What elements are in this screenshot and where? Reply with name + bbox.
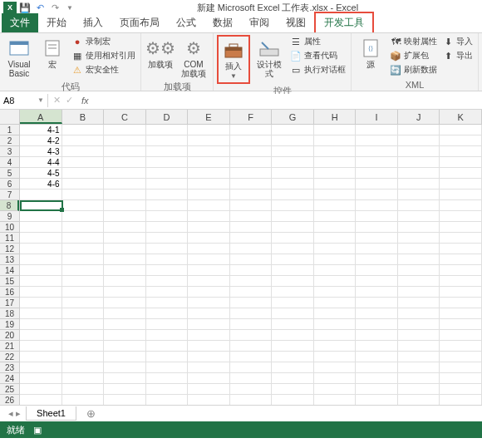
cell[interactable] (20, 352, 62, 362)
cell[interactable] (314, 319, 357, 330)
cell[interactable] (62, 125, 105, 135)
cell[interactable] (272, 395, 314, 405)
cell[interactable] (356, 135, 398, 146)
cell[interactable] (272, 319, 314, 330)
cell[interactable] (62, 244, 105, 254)
cell[interactable] (146, 298, 189, 308)
cell[interactable] (230, 362, 273, 373)
cell[interactable] (230, 330, 273, 341)
cell[interactable] (146, 384, 189, 395)
column-header[interactable]: F (230, 110, 273, 124)
cell[interactable] (62, 276, 105, 287)
row-header[interactable]: 10 (0, 222, 19, 233)
properties-button[interactable]: ☰属性 (288, 35, 347, 48)
cell[interactable] (398, 276, 440, 287)
cell[interactable] (272, 373, 314, 384)
cell[interactable] (104, 265, 146, 276)
cell[interactable] (314, 254, 357, 265)
addins-button[interactable]: ⚙⚙ 加载项 (145, 35, 176, 71)
row-header[interactable]: 6 (0, 179, 19, 190)
cell[interactable] (62, 265, 105, 276)
cell[interactable] (398, 244, 440, 254)
cell[interactable] (20, 200, 62, 211)
cell[interactable] (146, 308, 189, 319)
cell[interactable] (104, 222, 146, 233)
cell[interactable] (62, 135, 105, 146)
cell[interactable] (146, 362, 189, 373)
cell[interactable] (440, 276, 482, 287)
cell[interactable] (20, 287, 62, 298)
cell[interactable] (440, 352, 482, 362)
row-header[interactable]: 19 (0, 319, 19, 330)
cell[interactable] (272, 330, 314, 341)
cell[interactable] (230, 146, 273, 157)
cell[interactable] (104, 330, 146, 341)
cell[interactable] (230, 157, 273, 168)
column-header[interactable]: K (440, 110, 482, 124)
cell[interactable] (188, 146, 230, 157)
cell[interactable] (314, 298, 357, 308)
cell[interactable] (20, 254, 62, 265)
cell[interactable] (398, 319, 440, 330)
cell[interactable] (104, 362, 146, 373)
cell[interactable] (230, 341, 273, 352)
column-header[interactable]: I (356, 110, 398, 124)
relative-ref-button[interactable]: ▦使用相对引用 (70, 49, 137, 62)
cell[interactable]: 4-6 (20, 179, 62, 190)
cell[interactable] (314, 168, 357, 179)
cell[interactable] (356, 276, 398, 287)
cell[interactable] (20, 265, 62, 276)
cell[interactable] (314, 384, 357, 395)
cell[interactable] (398, 341, 440, 352)
cell[interactable] (20, 384, 62, 395)
cell[interactable] (272, 308, 314, 319)
cell[interactable]: 4-4 (20, 157, 62, 168)
cell[interactable] (440, 319, 482, 330)
row-header[interactable]: 17 (0, 298, 19, 308)
cell[interactable] (62, 298, 105, 308)
cell[interactable] (314, 362, 357, 373)
macro-security-button[interactable]: ⚠宏安全性 (70, 63, 137, 76)
row-header[interactable]: 24 (0, 373, 19, 384)
cell[interactable] (230, 319, 273, 330)
cell[interactable] (272, 298, 314, 308)
cell[interactable] (230, 395, 273, 405)
name-box[interactable]: A8▼ (0, 94, 48, 107)
cell[interactable] (440, 168, 482, 179)
cell[interactable] (314, 179, 357, 190)
cell[interactable] (230, 308, 273, 319)
com-addins-button[interactable]: ⚙ COM 加载项 (178, 35, 209, 80)
cell[interactable] (62, 352, 105, 362)
cell[interactable] (440, 222, 482, 233)
cell[interactable] (356, 233, 398, 244)
cell[interactable] (20, 211, 62, 222)
cell[interactable] (230, 298, 273, 308)
cell[interactable] (230, 135, 273, 146)
cell[interactable] (314, 373, 357, 384)
cell[interactable] (146, 190, 189, 200)
cell[interactable] (188, 233, 230, 244)
tab-review[interactable]: 审阅 (241, 13, 278, 32)
tab-pagelayout[interactable]: 页面布局 (111, 13, 168, 32)
cell[interactable] (230, 384, 273, 395)
cell[interactable] (104, 341, 146, 352)
cell[interactable] (314, 200, 357, 211)
cell[interactable] (356, 222, 398, 233)
cell[interactable] (146, 341, 189, 352)
cell[interactable] (272, 362, 314, 373)
cell[interactable] (146, 168, 189, 179)
cell[interactable] (314, 135, 357, 146)
cell[interactable] (272, 168, 314, 179)
cell[interactable] (62, 157, 105, 168)
cell[interactable] (20, 319, 62, 330)
enter-icon[interactable]: ✓ (66, 95, 73, 106)
cell[interactable] (272, 341, 314, 352)
cell[interactable] (104, 254, 146, 265)
cell[interactable] (440, 157, 482, 168)
cell[interactable] (272, 276, 314, 287)
cell[interactable] (20, 244, 62, 254)
xml-source-button[interactable]: ⟨⟩ 源 (355, 35, 386, 71)
macro-button[interactable]: 宏 (37, 35, 68, 71)
row-header[interactable]: 14 (0, 265, 19, 276)
cell[interactable] (146, 222, 189, 233)
